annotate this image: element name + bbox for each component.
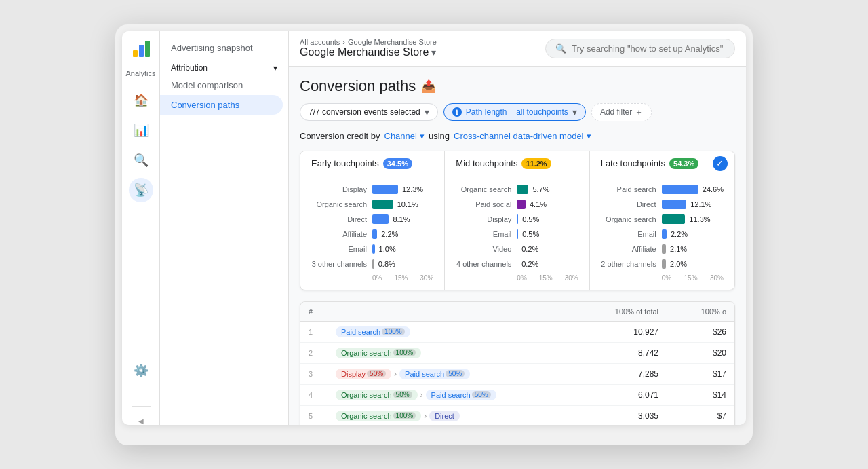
conversion-events-filter[interactable]: 7/7 conversion events selected ▾ (300, 103, 438, 121)
sidebar-item-advertising-snapshot[interactable]: Advertising snapshot (160, 38, 288, 58)
late-chart: Paid search 24.6% Direct (590, 176, 734, 290)
touchpoints-header: Early touchpoints 34.5% Mid touchpoints … (300, 151, 734, 176)
affiliate-bar (372, 229, 377, 239)
sidebar-item-conversion-paths[interactable]: Conversion paths (160, 95, 283, 115)
model-label: Cross-channel data-driven model (454, 131, 583, 141)
chip-organic: Organic search 100% (336, 411, 421, 421)
path-chips: Organic search 100% › Direct (336, 411, 577, 421)
search-icon: 🔍 (555, 43, 566, 54)
breadcrumb-property[interactable]: Google Merchandise Store (348, 38, 437, 46)
late-selected-icon: ✓ (713, 156, 728, 171)
browser-window: Analytics 🏠 📊 🔍 📡 ⚙️ ◀ Advertising snaps… (122, 31, 746, 425)
arrow-icon: › (394, 369, 397, 379)
property-name: Google Merchandise Store (300, 46, 429, 58)
chip-paid-search: Paid search 50% (399, 369, 470, 379)
page-content: Conversion paths 📤 7/7 conversion events… (289, 67, 746, 425)
add-filter-button[interactable]: Add filter ＋ (591, 103, 652, 121)
property-chevron-icon: ▾ (431, 47, 436, 58)
early-badge: 34.5% (383, 158, 412, 169)
path-chips: Organic search 50% › Paid search 50% (336, 390, 577, 400)
sidebar-item-model-comparison[interactable]: Model comparison (160, 75, 288, 95)
mid-bar-paid-social: Paid social 4.1% (456, 200, 578, 209)
add-filter-label: Add filter (600, 107, 632, 117)
model-chevron-icon: ▾ (587, 131, 591, 141)
left-nav: Analytics 🏠 📊 🔍 📡 ⚙️ ◀ (122, 31, 160, 425)
late-touchpoints-label: Late touchpoints 54.3% (601, 158, 724, 169)
model-dropdown[interactable]: Cross-channel data-driven model ▾ (454, 131, 591, 141)
table-row: 3 Display 50% › Paid search 50% 7,285 $1… (300, 364, 734, 385)
conversion-events-label: 7/7 conversion events selected (309, 107, 420, 117)
arrow-icon: › (424, 411, 427, 421)
mid-bar-video: Video 0.2% (456, 244, 578, 254)
conversion-events-chevron-icon: ▾ (425, 107, 429, 117)
chip-organic: Organic search 50% (336, 390, 418, 400)
channel-chevron-icon: ▾ (420, 131, 425, 141)
early-bar-display: Display 12.3% (311, 185, 433, 194)
top-bar: All accounts › Google Merchandise Store … (289, 31, 746, 67)
late-bar-organic: Organic search 11.3% (601, 214, 724, 224)
explore-icon[interactable]: 🔍 (129, 148, 153, 172)
home-icon[interactable]: 🏠 (129, 88, 153, 113)
table-row: 5 Organic search 100% › Direct 3,035 $7 (300, 406, 734, 425)
breadcrumb-all-accounts[interactable]: All accounts (300, 38, 340, 46)
channel-label: Channel (384, 131, 417, 141)
email-bar (372, 244, 375, 254)
display-bar (372, 185, 398, 194)
other-bar (372, 259, 374, 269)
breadcrumb-sep1: › (342, 38, 345, 46)
late-touchpoints-header: Late touchpoints 54.3% ✓ (590, 151, 734, 176)
device-frame: Analytics 🏠 📊 🔍 📡 ⚙️ ◀ Advertising snaps… (115, 24, 753, 445)
early-bar-other: 3 other channels 0.8% (311, 259, 433, 269)
early-bar-direct: Direct 8.1% (311, 214, 433, 224)
path-length-info-icon: ℹ (452, 107, 462, 117)
col-total: 100% of total (577, 307, 658, 316)
late-bar-email: Email 2.2% (601, 229, 724, 239)
property-selector[interactable]: Google Merchandise Store ▾ (300, 46, 437, 58)
svg-rect-0 (133, 50, 138, 57)
page-title: Conversion paths (300, 77, 416, 95)
main-content: All accounts › Google Merchandise Store … (289, 31, 746, 425)
chip-display: Display 50% (336, 369, 391, 379)
mid-badge: 11.2% (521, 158, 551, 169)
breadcrumb: All accounts › Google Merchandise Store (300, 38, 437, 46)
path-chips: Paid search 100% (336, 326, 577, 337)
analytics-logo (130, 38, 152, 60)
channel-dropdown[interactable]: Channel ▾ (384, 131, 425, 141)
nav-divider (132, 406, 151, 407)
advertising-icon[interactable]: 📡 (129, 178, 153, 202)
early-bar-affiliate: Affiliate 2.2% (311, 229, 433, 239)
path-length-label: Path length = all touchpoints (466, 107, 568, 117)
late-bar-affiliate: Affiliate 2.1% (601, 244, 724, 254)
late-bar-other: 2 other channels 2.0% (601, 259, 724, 269)
charts-row: Display 12.3% Organic search (300, 176, 734, 290)
svg-rect-1 (139, 45, 144, 57)
credit-prefix-label: Conversion credit by (300, 131, 380, 141)
col-path (336, 307, 577, 316)
attribution-label: Attribution (171, 63, 208, 73)
credit-selector: Conversion credit by Channel ▾ using Cro… (300, 131, 735, 141)
mid-bar-other: 4 other channels 0.2% (456, 259, 578, 269)
reports-icon[interactable]: 📊 (129, 118, 153, 143)
mid-axis: 0% 15% 30% (456, 274, 578, 282)
path-length-chevron-icon: ▾ (572, 107, 577, 117)
early-bar-email: Email 1.0% (311, 244, 433, 254)
col-revenue: 100% o (658, 307, 726, 316)
settings-icon[interactable]: ⚙️ (129, 358, 153, 383)
sidebar-section-attribution[interactable]: Attribution ▾ (160, 58, 288, 75)
export-icon[interactable]: 📤 (421, 79, 436, 94)
data-table: # 100% of total 100% o 1 Paid search 100… (300, 301, 735, 425)
chip-organic: Organic search 100% (336, 348, 421, 358)
path-length-filter[interactable]: ℹ Path length = all touchpoints ▾ (443, 103, 586, 121)
table-row: 2 Organic search 100% 8,742 $20 (300, 343, 734, 364)
page-header: Conversion paths 📤 (300, 77, 735, 95)
section-chevron: ▾ (273, 63, 277, 73)
table-row: 1 Paid search 100% 10,927 $26 (300, 322, 734, 343)
app-layout: Analytics 🏠 📊 🔍 📡 ⚙️ ◀ Advertising snaps… (122, 31, 746, 425)
touchpoints-panel: Early touchpoints 34.5% Mid touchpoints … (300, 151, 735, 290)
sidebar: Advertising snapshot Attribution ▾ Model… (160, 31, 289, 425)
early-touchpoints-header: Early touchpoints 34.5% (300, 151, 445, 176)
search-input[interactable] (572, 43, 725, 54)
nav-collapse[interactable]: ◀ (138, 417, 144, 425)
search-bar[interactable]: 🔍 (545, 39, 735, 58)
chip-direct: Direct (429, 411, 460, 421)
